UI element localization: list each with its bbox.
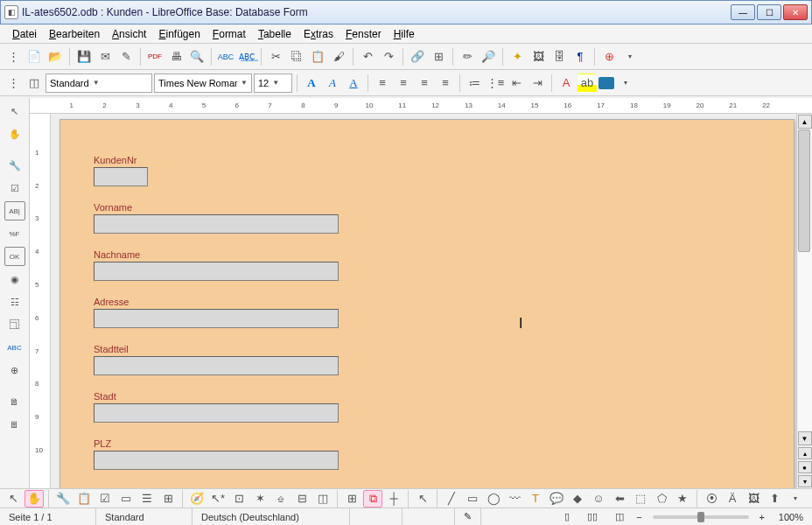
datasource-button[interactable]: 🗄 [550, 47, 569, 66]
form-props-button[interactable]: 🗏 [4, 415, 25, 434]
zoom-status[interactable]: 100% [768, 508, 812, 525]
form-wizard-button[interactable]: 📋 [74, 490, 94, 508]
field-input[interactable] [94, 167, 148, 186]
line-tool[interactable]: ╱ [442, 490, 461, 508]
styles-button[interactable]: ◫ [24, 74, 44, 93]
open-button[interactable]: 📂 [46, 47, 65, 66]
bg-color-button[interactable] [598, 77, 614, 89]
callout-tool[interactable]: 💬 [547, 490, 566, 508]
gallery-button[interactable]: 🖼 [528, 47, 548, 66]
draw-select[interactable]: ↖ [413, 490, 432, 508]
fontwork-tool[interactable]: Ä [723, 490, 742, 508]
prev-page-button[interactable]: ▴ [798, 447, 812, 459]
combobox-tool[interactable]: ⿹ [4, 315, 25, 334]
new-button[interactable]: 📄 [24, 47, 44, 66]
paragraph-style-select[interactable]: Standard ▼ [46, 74, 152, 93]
decrease-indent-button[interactable]: ⇤ [507, 74, 526, 93]
zoom-out-button[interactable]: − [633, 512, 645, 522]
form-explorer-button[interactable]: 🧭 [187, 490, 206, 508]
design-toggle-b[interactable]: ✋ [24, 490, 44, 508]
menu-einfügen[interactable]: Einfügen [153, 26, 205, 42]
text-b[interactable]: ▭ [116, 490, 136, 508]
textframe-tool[interactable]: T [526, 490, 545, 508]
maximize-button[interactable]: ☐ [757, 4, 781, 20]
callouts-tool[interactable]: ⬠ [652, 490, 671, 508]
field-input[interactable] [94, 451, 339, 470]
field-input[interactable] [94, 309, 339, 328]
zoom-knob[interactable] [697, 512, 704, 522]
show-draw-button[interactable]: ✏ [458, 47, 477, 66]
undo-button[interactable]: ↶ [358, 47, 377, 66]
view-layout-multi[interactable]: ▯▯ [578, 508, 606, 525]
vertical-ruler[interactable]: 12345678910 [30, 114, 51, 488]
more-controls-button[interactable]: ⊕ [4, 360, 25, 380]
hyperlink-button[interactable]: 🔗 [408, 47, 427, 66]
dropdown-arrow-icon[interactable]: ▾ [620, 47, 640, 66]
checkbox-b[interactable]: ☑ [95, 490, 115, 508]
form-nav-button[interactable]: 🗎 [4, 392, 25, 411]
symbol-shapes-tool[interactable]: ☺ [589, 490, 608, 508]
save-button[interactable]: 💾 [74, 47, 94, 66]
autospell-button[interactable]: A͟B͟C͟ [237, 47, 256, 66]
scroll-track[interactable] [798, 130, 812, 430]
next-page-button[interactable]: ▾ [798, 475, 812, 487]
edit-button[interactable]: ✎ [116, 47, 136, 66]
image-tool[interactable]: 🖼 [744, 490, 763, 508]
field-input[interactable] [94, 403, 339, 423]
bold-button[interactable]: A [302, 74, 321, 93]
label-tool[interactable]: ABC [4, 338, 25, 357]
menu-extras[interactable]: Extras [298, 26, 339, 42]
view-layout-single[interactable]: ▯ [556, 508, 578, 525]
field-input[interactable] [94, 214, 339, 234]
stars-tool[interactable]: ★ [673, 490, 692, 508]
redo-button[interactable]: ↷ [379, 47, 398, 66]
menu-fenster[interactable]: Fenster [340, 26, 387, 42]
close-button[interactable]: ✕ [783, 4, 808, 20]
menu-tabelle[interactable]: Tabelle [253, 26, 297, 42]
font-color-button[interactable]: A [556, 74, 576, 93]
align-left-button[interactable]: ≡ [373, 74, 392, 93]
increase-indent-button[interactable]: ⇥ [528, 74, 547, 93]
selection-mode[interactable] [402, 508, 455, 525]
vertical-scrollbar[interactable]: ▲ ▼ ▴ ● ▾ [796, 114, 812, 488]
table-button[interactable]: ⊞ [429, 47, 448, 66]
bulleted-list-button[interactable]: ⋮≡ [486, 74, 505, 93]
curve-tool[interactable]: 〰 [505, 490, 524, 508]
menu-ansicht[interactable]: Ansicht [107, 26, 151, 42]
field-input[interactable] [94, 356, 339, 375]
design-mode-button[interactable]: ✋ [4, 124, 25, 144]
anchor-button[interactable]: ⎒ [271, 490, 290, 508]
listbox-tool[interactable]: ☷ [4, 292, 25, 312]
dropdown-arrow-icon[interactable]: ▾ [786, 490, 805, 508]
menu-format[interactable]: Format [207, 26, 251, 42]
tab-order-button[interactable]: ↖* [208, 490, 228, 508]
scroll-down-button[interactable]: ▼ [798, 431, 812, 445]
format-paint-button[interactable]: 🖌 [329, 47, 348, 66]
view-layout-book[interactable]: ◫ [606, 508, 633, 525]
more-b[interactable]: ⊞ [158, 490, 178, 508]
radio-tool[interactable]: ◉ [4, 270, 25, 289]
numbered-list-button[interactable]: ≔ [465, 74, 484, 93]
dropdown-arrow-icon[interactable]: ▾ [616, 74, 635, 93]
minimize-button[interactable]: — [731, 4, 755, 20]
document-canvas[interactable]: I KundenNrVornameNachnameAdresseStadttei… [51, 114, 796, 488]
language-status[interactable]: Deutsch (Deutschland) [192, 508, 350, 525]
export-pdf-button[interactable]: PDF [145, 47, 164, 66]
font-name-select[interactable]: Times New Roman ▼ [154, 74, 252, 93]
align-right-button[interactable]: ≡ [415, 74, 434, 93]
highlight-button[interactable]: ab [578, 74, 597, 93]
extrusion-tool[interactable]: ⬆ [765, 490, 784, 508]
rect-tool[interactable]: ▭ [463, 490, 482, 508]
shapes-tool[interactable]: ◆ [568, 490, 587, 508]
textbox-tool[interactable]: AB| [4, 201, 25, 220]
select-tool-b[interactable]: ↖ [4, 490, 23, 508]
menu-bearbeiten[interactable]: Bearbeiten [44, 26, 105, 42]
control-props-button[interactable]: 🔧 [4, 156, 25, 175]
formatted-field-tool[interactable]: %F [4, 224, 25, 243]
nonprint-button[interactable]: ¶ [570, 47, 590, 66]
alignment-button[interactable]: ◫ [313, 490, 332, 508]
activation-button[interactable]: ⊡ [229, 490, 248, 508]
position-button[interactable]: ✶ [250, 490, 270, 508]
points-tool[interactable]: ⦿ [702, 490, 721, 508]
italic-button[interactable]: A [323, 74, 342, 93]
